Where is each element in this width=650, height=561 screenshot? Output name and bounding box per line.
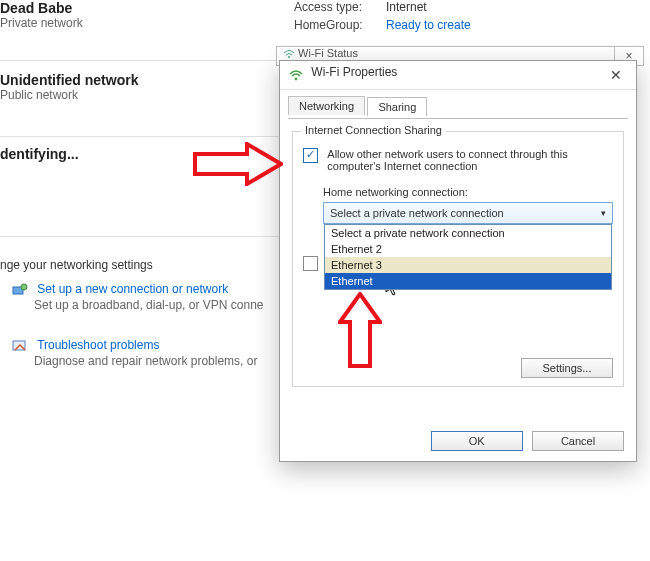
- svg-point-1: [21, 284, 27, 290]
- homegroup-label: HomeGroup:: [294, 18, 363, 32]
- dropdown-option[interactable]: Ethernet: [325, 273, 611, 289]
- ok-button[interactable]: OK: [431, 431, 523, 451]
- troubleshoot-desc: Diagnose and repair network problems, or: [34, 354, 257, 368]
- settings-button[interactable]: Settings...: [521, 358, 613, 378]
- dropdown-option[interactable]: Ethernet 3: [325, 257, 611, 273]
- network-type-2: Public network: [0, 88, 138, 102]
- network-name-3: dentifying...: [0, 146, 79, 162]
- settings-heading: nge your networking settings: [0, 258, 153, 272]
- home-connection-combo[interactable]: Select a private network connection ▾ Se…: [323, 202, 613, 224]
- ics-group: Internet Connection Sharing ✓ Allow othe…: [292, 131, 624, 387]
- network-name-1: Dead Babe: [0, 0, 83, 16]
- svg-point-3: [288, 56, 290, 58]
- chevron-down-icon: ▾: [594, 203, 612, 223]
- dropdown-option[interactable]: Ethernet 2: [325, 241, 611, 257]
- dropdown-option[interactable]: Select a private network connection: [325, 225, 611, 241]
- wifi-icon: [283, 48, 295, 60]
- dialog-close-button[interactable]: ✕: [596, 61, 636, 89]
- home-connection-label: Home networking connection:: [323, 186, 613, 198]
- dialog-titlebar[interactable]: Wi-Fi Properties ✕: [280, 61, 636, 90]
- allow-sharing-label: Allow other network users to connect thr…: [327, 148, 607, 172]
- setup-connection-link[interactable]: Set up a new connection or network: [37, 282, 228, 296]
- allow-sharing-checkbox[interactable]: ✓: [303, 148, 318, 163]
- wifi-icon: [288, 67, 304, 83]
- wifi-properties-dialog: Wi-Fi Properties ✕ Networking Sharing In…: [279, 60, 637, 462]
- network-name-2: Unidentified network: [0, 72, 138, 88]
- access-type-label: Access type:: [294, 0, 362, 14]
- tab-networking[interactable]: Networking: [288, 96, 365, 115]
- troubleshoot-icon: [12, 338, 28, 354]
- cancel-button[interactable]: Cancel: [532, 431, 624, 451]
- tab-strip: Networking Sharing: [288, 96, 628, 119]
- access-type-value: Internet: [386, 0, 427, 14]
- allow-control-checkbox[interactable]: ✓: [303, 256, 318, 271]
- troubleshoot-link[interactable]: Troubleshoot problems: [37, 338, 159, 352]
- wifi-status-title: Wi-Fi Status: [298, 47, 358, 59]
- new-connection-icon: [12, 282, 28, 298]
- home-connection-dropdown: Select a private network connection Ethe…: [324, 224, 612, 290]
- close-icon: ✕: [610, 67, 622, 83]
- svg-point-4: [295, 78, 298, 81]
- combo-selected-value: Select a private network connection: [330, 207, 504, 219]
- setup-connection-desc: Set up a broadband, dial-up, or VPN conn…: [34, 298, 264, 312]
- tab-sharing[interactable]: Sharing: [367, 97, 427, 116]
- homegroup-link[interactable]: Ready to create: [386, 18, 471, 32]
- ics-group-legend: Internet Connection Sharing: [301, 124, 446, 136]
- dialog-title: Wi-Fi Properties: [311, 65, 397, 79]
- network-type-1: Private network: [0, 16, 83, 30]
